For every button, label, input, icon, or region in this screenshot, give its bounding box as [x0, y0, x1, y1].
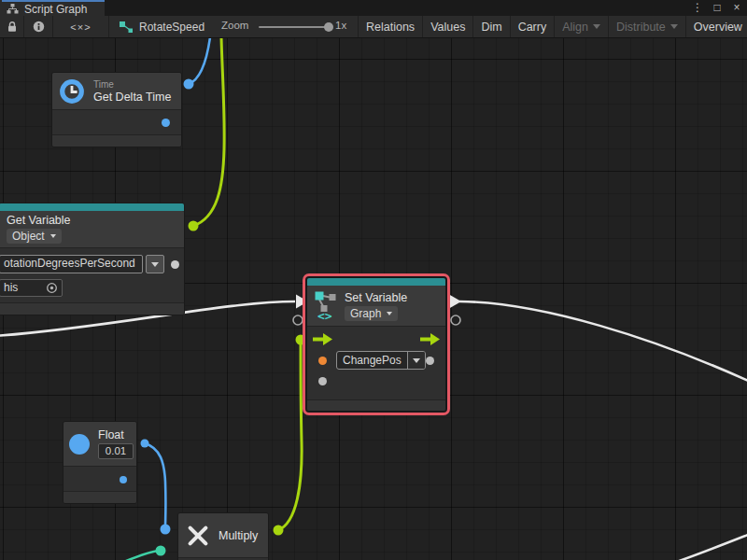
tab-title: Script Graph [24, 3, 87, 16]
graph-icon [7, 3, 19, 15]
float-value-field[interactable]: 0.01 [98, 443, 134, 459]
window-menu-icon[interactable]: ⋮ [691, 0, 704, 16]
flow-in-port-icon[interactable] [313, 333, 332, 345]
node-body: ChangePos [307, 327, 445, 399]
script-graph-asset-icon [119, 21, 134, 34]
chevron-down-icon [151, 262, 159, 267]
delta-time-output-port[interactable] [162, 119, 170, 127]
flow-wire-out[interactable] [459, 301, 747, 383]
distribute-dropdown[interactable]: Distribute [608, 16, 685, 37]
chevron-down-icon [50, 234, 56, 238]
zoom-slider[interactable] [259, 26, 330, 28]
variable-scope-dropdown[interactable]: Object [7, 229, 62, 244]
graph-toolbar: <×> RotateSpeed Zoom 1x Relations Values… [0, 16, 747, 38]
overview-button[interactable]: Overview [685, 16, 747, 37]
lock-button[interactable] [0, 16, 24, 37]
chevron-down-icon [413, 358, 420, 363]
node-footer [307, 399, 445, 411]
multiply-icon [186, 524, 210, 548]
float-output-port[interactable] [120, 476, 127, 483]
graph-canvas[interactable]: Time Get Delta Time Get Variable Object … [0, 38, 747, 560]
get-variable-output-port[interactable] [171, 260, 179, 269]
wire-endpoint-dot[interactable] [161, 525, 171, 535]
unconnected-port-ring-left[interactable] [293, 315, 303, 325]
node-float-literal[interactable]: Float 0.01 [63, 421, 137, 504]
info-button[interactable] [24, 16, 53, 37]
variable-name-input-port[interactable] [318, 357, 327, 365]
set-variable-icon: <> [314, 290, 338, 322]
node-kicker: Time [93, 79, 171, 90]
window-maximize-icon[interactable]: □ [711, 0, 724, 16]
info-icon [33, 21, 45, 33]
node-footer [0, 302, 184, 315]
wire-endpoint-dot[interactable] [274, 525, 284, 536]
scope-label: Object [12, 230, 45, 243]
target-label: his [4, 281, 18, 294]
target-object-field[interactable]: his [0, 279, 63, 297]
lock-icon [7, 21, 18, 33]
flow-out-port-icon[interactable] [420, 333, 440, 345]
toolbar-buttons: Relations Values Dim Carry Align Distrib… [358, 16, 747, 37]
node-body [52, 110, 181, 134]
variable-scope-dropdown[interactable]: Graph [345, 306, 398, 321]
relations-button[interactable]: Relations [358, 16, 422, 37]
clock-icon [58, 77, 86, 105]
node-footer [52, 134, 181, 147]
variable-name-combo[interactable]: ChangePos [336, 351, 426, 370]
flow-wire-corner[interactable] [669, 533, 747, 560]
node-set-variable[interactable]: <> Set Variable Graph [306, 277, 446, 412]
carry-button[interactable]: Carry [510, 16, 555, 37]
value-wire-float-multiply[interactable] [145, 443, 165, 528]
value-input-port[interactable] [318, 377, 327, 385]
tab-bar: Script Graph ⋮ □ × [0, 0, 747, 16]
window-controls: ⋮ □ × [691, 0, 743, 16]
node-header: Get Variable Object [0, 211, 184, 248]
node-title: Float [98, 428, 124, 441]
float-type-icon [69, 434, 90, 455]
code-view-toggle-button[interactable]: <×> [53, 16, 109, 37]
node-header: Float 0.01 [63, 422, 136, 467]
chevron-down-icon [593, 24, 600, 29]
wire-endpoint-dot[interactable] [189, 221, 199, 231]
node-title: Get Variable [7, 214, 176, 227]
node-get-delta-time[interactable]: Time Get Delta Time [51, 72, 182, 147]
align-label: Align [562, 21, 588, 34]
node-footer [63, 491, 136, 503]
window-close-icon[interactable]: × [730, 0, 743, 16]
variable-name-value[interactable]: ChangePos [337, 352, 407, 369]
breadcrumb[interactable]: RotateSpeed [119, 16, 204, 37]
wire-endpoint-dot[interactable] [141, 440, 149, 448]
wire-endpoint-dot[interactable] [156, 546, 166, 556]
values-button[interactable]: Values [422, 16, 472, 37]
variable-name-dropdown-button[interactable] [407, 352, 425, 369]
node-get-variable[interactable]: Get Variable Object otationDegreesPerSec… [0, 203, 185, 315]
variable-accent-strip [0, 203, 184, 211]
dim-button[interactable]: Dim [472, 16, 509, 37]
distribute-label: Distribute [616, 21, 666, 34]
node-header: Time Get Delta Time [52, 73, 181, 110]
zoom-value: 1x [335, 20, 346, 31]
wire-endpoint-dot[interactable] [184, 79, 194, 90]
variable-name-dropdown-button[interactable] [146, 255, 164, 273]
variable-name-field[interactable]: otationDegreesPerSecond [0, 255, 143, 273]
align-dropdown[interactable]: Align [554, 16, 608, 37]
scope-label: Graph [350, 307, 381, 320]
tab-script-graph[interactable]: Script Graph [0, 0, 105, 16]
node-title: Get Delta Time [93, 91, 171, 104]
value-wire-multiply-setvariable[interactable] [278, 342, 302, 530]
node-header: <> Set Variable Graph [307, 286, 445, 327]
unconnected-port-ring-right[interactable] [451, 315, 460, 325]
wire-endpoint-dot[interactable] [296, 335, 306, 345]
set-variable-output-port[interactable] [426, 357, 434, 365]
breadcrumb-label: RotateSpeed [139, 21, 204, 34]
zoom-slider-knob[interactable] [324, 22, 333, 32]
value-wire-deltatime-up[interactable] [189, 38, 210, 84]
node-multiply[interactable]: Multiply A A × B B [177, 512, 269, 560]
chevron-down-icon [387, 312, 392, 315]
node-title: Multiply [218, 529, 258, 542]
object-picker-icon[interactable] [46, 282, 58, 294]
node-body: otationDegreesPerSecond his [0, 248, 184, 302]
value-wire-into-multiply-b[interactable] [103, 551, 160, 560]
value-wire-getvariable-up[interactable] [193, 38, 224, 226]
node-header: Multiply [178, 513, 268, 558]
